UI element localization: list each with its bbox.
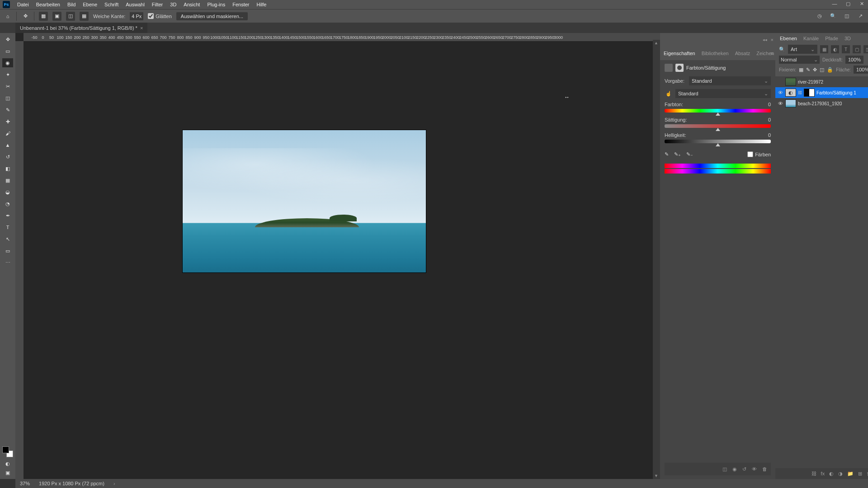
info-arrow-icon[interactable]: › [113, 481, 115, 486]
cloud-icon[interactable]: ◷ [816, 12, 824, 20]
crop-tool[interactable]: ✂ [2, 82, 13, 91]
maximize-icon[interactable]: ▢ [844, 1, 853, 7]
layer-name[interactable]: Farbton/Sättigung 1 [816, 90, 856, 95]
menu-plugins[interactable]: Plug-ins [203, 2, 229, 7]
colorize-checkbox[interactable]: Färben [747, 151, 771, 157]
reset-icon[interactable]: ↺ [742, 466, 746, 472]
panel-menu-icon[interactable]: ≡ [771, 51, 774, 56]
canvas-area[interactable]: -50 0 50 100 150 200 250 300 350 400 450… [15, 33, 660, 479]
path-tool[interactable]: ↖ [2, 235, 13, 244]
hue-value[interactable]: 0 [768, 102, 771, 107]
tab-3d[interactable]: 3D [844, 36, 851, 41]
marquee-tool[interactable]: ▭ [2, 47, 13, 56]
new-layer-icon[interactable]: ⊞ [858, 471, 862, 477]
menu-select[interactable]: Auswahl [122, 2, 148, 7]
screenmode-tool[interactable]: ▣ [2, 468, 13, 477]
menu-edit[interactable]: Bearbeiten [33, 2, 64, 7]
delete-icon[interactable]: 🗑 [762, 466, 767, 472]
lock-move-icon[interactable]: ✥ [813, 67, 817, 73]
subtract-selection-icon[interactable]: ◫ [66, 12, 75, 21]
visibility-icon[interactable]: 👁 [752, 466, 757, 472]
menu-type[interactable]: Schrift [101, 2, 122, 7]
blur-tool[interactable]: ◒ [2, 188, 13, 197]
smooth-checkbox[interactable]: Glätten [148, 13, 171, 19]
dodge-tool[interactable]: ◔ [2, 199, 13, 208]
layer-name[interactable]: beach-2179361_1920 [798, 101, 842, 106]
brush-tool[interactable]: 🖌 [2, 129, 13, 138]
layer-name[interactable]: river-219972 [798, 80, 823, 84]
close-tab-icon[interactable]: × [140, 25, 143, 31]
color-range-select[interactable]: Standard [675, 89, 771, 98]
feather-input[interactable] [130, 12, 143, 20]
adjustment-layer-icon[interactable]: ◑ [838, 471, 843, 477]
stamp-tool[interactable]: ▲ [2, 141, 13, 150]
menu-3d[interactable]: 3D [166, 2, 180, 7]
layer-mask-thumbnail[interactable] [804, 89, 815, 97]
eyedropper-plus-icon[interactable]: ✎₊ [674, 151, 681, 157]
group-icon[interactable]: 📁 [847, 471, 854, 477]
layer-filter-select[interactable]: Art [788, 45, 817, 54]
layer-row[interactable]: river-219972 [775, 76, 868, 87]
lock-artboard-icon[interactable]: ◫ [820, 67, 824, 73]
tab-paragraph[interactable]: Absatz [735, 51, 750, 56]
workspace-icon[interactable]: ◫ [843, 12, 851, 20]
intersect-selection-icon[interactable]: ▦ [80, 12, 89, 21]
history-brush-tool[interactable]: ↺ [2, 152, 13, 161]
opacity-input[interactable]: 100% [845, 56, 863, 64]
new-selection-icon[interactable]: ▩ [39, 12, 48, 21]
tab-layers[interactable]: Ebenen [780, 36, 797, 41]
link-layers-icon[interactable]: ⛓ [811, 471, 816, 476]
layer-row[interactable]: 👁 ⛓ Farbton/Sättigung 1 [775, 87, 868, 98]
filter-pixel-icon[interactable]: ▦ [820, 45, 828, 53]
menu-window[interactable]: Fenster [229, 2, 253, 7]
link-icon[interactable]: ⛓ [798, 90, 802, 95]
lock-all-icon[interactable]: 🔒 [827, 67, 833, 73]
lock-position-icon[interactable]: ✎ [806, 67, 810, 73]
select-mask-button[interactable]: Auswählen und maskieren... [176, 12, 248, 20]
clip-icon[interactable]: ◫ [722, 466, 727, 472]
tab-properties[interactable]: Eigenschaften [664, 51, 695, 56]
saturation-value[interactable]: 0 [768, 117, 771, 122]
layer-style-icon[interactable]: fx [821, 471, 825, 476]
menu-image[interactable]: Bild [64, 2, 79, 7]
add-selection-icon[interactable]: ▣ [52, 12, 61, 21]
filter-type-icon[interactable]: T [842, 45, 850, 53]
heal-tool[interactable]: ✚ [2, 117, 13, 126]
eyedropper-minus-icon[interactable]: ✎₋ [686, 151, 693, 157]
quickmask-tool[interactable]: ◐ [2, 459, 13, 468]
gradient-tool[interactable]: ▦ [2, 176, 13, 185]
lasso-tool[interactable]: ◉ [2, 58, 13, 67]
hand-icon[interactable]: ☝ [665, 89, 673, 98]
color-swatches[interactable] [2, 446, 13, 457]
saturation-slider[interactable] [665, 124, 771, 128]
tab-libraries[interactable]: Bibliotheken [702, 51, 729, 56]
blend-mode-select[interactable]: Normal [779, 56, 820, 64]
layer-thumbnail[interactable] [785, 89, 796, 97]
menu-help[interactable]: Hilfe [253, 2, 270, 7]
tab-channels[interactable]: Kanäle [803, 36, 819, 41]
wand-tool[interactable]: ✦ [2, 70, 13, 79]
share-icon[interactable]: ↗ [856, 12, 864, 20]
zoom-level[interactable]: 37% [20, 481, 30, 486]
document-info[interactable]: 1920 Px x 1080 Px (72 ppcm) [39, 481, 104, 486]
layer-row[interactable]: 👁 beach-2179361_1920 [775, 98, 868, 109]
view-previous-icon[interactable]: ◉ [732, 466, 737, 472]
home-icon[interactable]: ⌂ [4, 12, 12, 20]
eyedropper-tool[interactable]: ✎ [2, 105, 13, 114]
visibility-toggle[interactable]: 👁 [777, 90, 783, 95]
visibility-toggle[interactable]: 👁 [777, 101, 783, 106]
lightness-value[interactable]: 0 [768, 132, 771, 138]
frame-tool[interactable]: ◫ [2, 94, 13, 103]
layer-mask-icon[interactable]: ◐ [829, 471, 834, 477]
foreground-color[interactable] [2, 446, 9, 453]
search-icon[interactable]: 🔍 [779, 47, 785, 52]
layer-thumbnail[interactable] [785, 99, 796, 108]
search-icon[interactable]: 🔍 [829, 12, 837, 20]
pen-tool[interactable]: ✒ [2, 211, 13, 220]
preset-select[interactable]: Standard [689, 76, 771, 85]
menu-filter[interactable]: Filter [148, 2, 166, 7]
filter-smart-icon[interactable]: ◫ [863, 45, 868, 53]
menu-file[interactable]: Datei [14, 2, 33, 7]
filter-shape-icon[interactable]: ▢ [853, 45, 861, 53]
tool-preset[interactable]: ✥ [21, 12, 29, 20]
